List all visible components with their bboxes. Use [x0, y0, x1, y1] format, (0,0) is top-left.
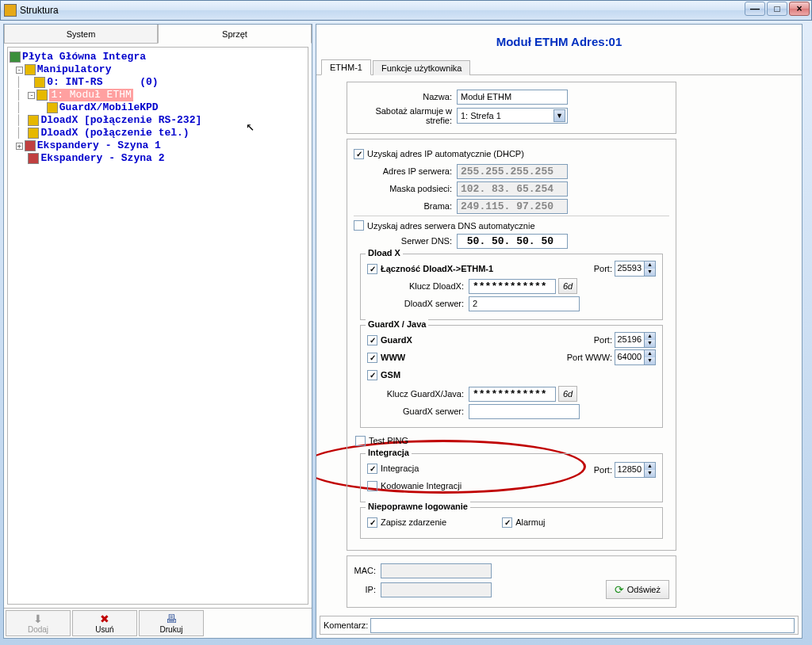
- dloadx-conn-checkbox[interactable]: [367, 264, 377, 274]
- dloadx-server-input[interactable]: [469, 296, 580, 311]
- app-icon: [4, 4, 17, 17]
- tree-root[interactable]: Płyta Główna Integra: [22, 51, 146, 63]
- name-label: Nazwa:: [354, 92, 457, 101]
- item-icon: [47, 102, 58, 113]
- collapse-icon[interactable]: -: [28, 92, 35, 99]
- zapisz-label: Zapisz zdarzenie: [381, 517, 446, 527]
- expand-icon[interactable]: +: [16, 143, 23, 150]
- sabotaz-value: 1: Strefa 1: [461, 111, 501, 120]
- gate-input[interactable]: [457, 199, 568, 214]
- alarmuj-checkbox[interactable]: [502, 517, 512, 528]
- folder-icon: [25, 64, 36, 75]
- expander-icon: [28, 153, 39, 164]
- mac-input[interactable]: [381, 563, 492, 578]
- spinner-arrows-icon[interactable]: ▲▼: [644, 333, 655, 347]
- tree-int-rs[interactable]: 0: INT-RS (0): [47, 76, 158, 89]
- dns-auto-label: Uzyskaj adres serwera DNS automatycznie: [367, 221, 535, 231]
- expander-icon: [25, 140, 36, 151]
- integration-title: Integracja: [366, 448, 412, 457]
- ip-label: Adres IP serwera:: [354, 166, 457, 176]
- dloadx-reveal-button[interactable]: 6d: [558, 278, 577, 294]
- minimize-button[interactable]: —: [745, 2, 765, 16]
- dropdown-arrow-icon: ▼: [553, 109, 565, 122]
- tree-eksp2[interactable]: Ekspandery - Szyna 2: [40, 152, 164, 165]
- dodaj-label: Dodaj: [28, 625, 48, 634]
- spinner-arrows-icon[interactable]: ▲▼: [644, 463, 655, 477]
- mac-label: MAC:: [354, 566, 381, 575]
- tree-dload-tel[interactable]: DloadX (połączenie tel.): [40, 127, 189, 139]
- spinner-arrows-icon[interactable]: ▲▼: [644, 350, 655, 364]
- guardx-checkbox[interactable]: [367, 335, 377, 345]
- maximize-button[interactable]: □: [767, 2, 787, 16]
- refresh-label: Odśwież: [627, 585, 661, 594]
- tab-sprzet[interactable]: Sprzęt: [158, 25, 312, 44]
- gsm-label: GSM: [381, 370, 400, 380]
- integration-port-spinner[interactable]: 12850▲▼: [615, 462, 656, 478]
- gsm-checkbox[interactable]: [367, 370, 377, 380]
- iplow-input[interactable]: [381, 582, 492, 597]
- portwww-spinner[interactable]: 64000▲▼: [615, 349, 656, 365]
- drukuj-button[interactable]: 🖶Drukuj: [139, 610, 204, 636]
- dns-auto-checkbox[interactable]: [354, 220, 364, 231]
- drukuj-label: Drukuj: [160, 625, 183, 634]
- usun-button[interactable]: ✖Usuń: [72, 610, 137, 636]
- www-checkbox[interactable]: [367, 353, 377, 363]
- guardx-reveal-button[interactable]: 6d: [558, 386, 577, 402]
- refresh-button[interactable]: ⟳Odśwież: [606, 580, 669, 599]
- name-input[interactable]: [457, 90, 568, 105]
- dhcp-label: Uzyskaj adres IP automatycznie (DHCP): [367, 149, 524, 158]
- tree-dload-rs232[interactable]: DloadX [połączenie RS-232]: [40, 114, 201, 127]
- guardx-label: GuardX: [381, 335, 412, 345]
- dloadx-key-input[interactable]: [469, 279, 556, 294]
- tab-ethm1[interactable]: ETHM-1: [321, 59, 371, 75]
- mask-label: Maska podsieci:: [354, 184, 457, 193]
- close-button[interactable]: ×: [789, 2, 810, 16]
- tree-manipulatory[interactable]: Manipulatory: [37, 63, 112, 76]
- usun-label: Usuń: [95, 625, 113, 634]
- kodowanie-checkbox[interactable]: [367, 481, 377, 491]
- spinner-arrows-icon[interactable]: ▲▼: [644, 261, 655, 276]
- dloadx-key-label: Klucz DloadX:: [367, 281, 469, 291]
- window-titlebar: Struktura — □ ×: [0, 0, 812, 21]
- tree-eksp1[interactable]: Ekspandery - Szyna 1: [37, 139, 161, 152]
- tab-funkcje[interactable]: Funkcje użytkownika: [373, 60, 471, 75]
- tree-modul-ethm[interactable]: 1: Moduł ETHM: [49, 89, 132, 101]
- hardware-tree[interactable]: Płyta Główna Integra -Manipulatory │ 0: …: [7, 47, 308, 605]
- dloadx-conn-label: Łączność DloadX->ETHM-1: [381, 264, 493, 273]
- tab-system[interactable]: System: [4, 25, 158, 44]
- eye-icon: 6d: [563, 281, 573, 291]
- sabotaz-label: Sabotaż alarmuje w strefie:: [354, 106, 457, 125]
- add-icon: ⬇: [33, 613, 43, 624]
- mask-input[interactable]: [457, 181, 568, 197]
- print-icon: 🖶: [166, 613, 177, 624]
- integracja-checkbox[interactable]: [367, 464, 377, 474]
- tree-guardx[interactable]: GuardX/MobileKPD: [59, 101, 159, 114]
- comment-row: Komentarz:: [320, 616, 799, 635]
- dns-input[interactable]: [457, 234, 568, 249]
- ip-input[interactable]: [457, 164, 568, 179]
- guardx-port-spinner[interactable]: 25196▲▼: [615, 332, 656, 348]
- left-panel: System Sprzęt Płyta Główna Integra -Mani…: [3, 24, 312, 639]
- guardx-key-input[interactable]: [469, 387, 556, 402]
- komentarz-input[interactable]: [370, 618, 795, 633]
- dhcp-checkbox[interactable]: [354, 149, 364, 159]
- item-icon: [28, 115, 39, 126]
- collapse-icon[interactable]: -: [16, 67, 23, 74]
- testping-label: Test PING: [369, 436, 408, 445]
- guardx-port-label: Port:: [594, 335, 612, 345]
- dodaj-button[interactable]: ⬇Dodaj: [6, 610, 71, 636]
- guardx-server-input[interactable]: [469, 404, 580, 419]
- guardx-server-label: GuardX serwer:: [367, 406, 469, 416]
- refresh-icon: ⟳: [615, 583, 624, 596]
- module-header: Moduł ETHM Adres:01: [316, 25, 802, 58]
- eye-icon: 6d: [563, 389, 573, 399]
- dloadx-port-label: Port:: [594, 264, 612, 273]
- dloadx-port-spinner[interactable]: 25593▲▼: [615, 261, 656, 277]
- sabotaz-select[interactable]: 1: Strefa 1 ▼: [457, 108, 568, 124]
- delete-icon: ✖: [100, 613, 109, 624]
- zapisz-checkbox[interactable]: [367, 517, 377, 528]
- integration-port-label: Port:: [594, 465, 612, 475]
- testping-checkbox[interactable]: [355, 436, 366, 446]
- right-panel: Moduł ETHM Adres:01 ETHM-1 Funkcje użytk…: [316, 24, 802, 639]
- integracja-label: Integracja: [381, 464, 419, 473]
